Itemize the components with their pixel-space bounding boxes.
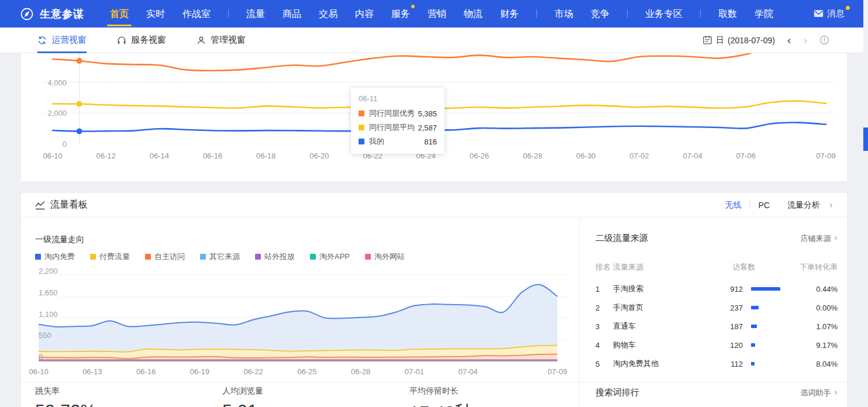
nav-item-营销[interactable]: 营销 — [428, 0, 446, 27]
nav-item-作战室[interactable]: 作战室 — [182, 0, 211, 27]
pc-toggle[interactable]: PC — [759, 201, 770, 210]
metric-平均停留时长: 平均停留时长17.48秒 — [409, 386, 473, 407]
tooltip-series-value: 2,587 — [418, 123, 437, 132]
view-tab-运营视窗[interactable]: 运营视窗 — [37, 27, 87, 53]
source-visitors-bar — [751, 362, 755, 365]
nav-item-竞争[interactable]: 竞争 — [591, 0, 609, 27]
sources-table: 1手淘搜索9120.44%2手淘首页2370.00%3直通车1871.07%4购… — [595, 280, 838, 373]
sources-header-排名: 排名 — [595, 262, 613, 273]
tooltip-series-row: 我的816 — [359, 136, 437, 147]
brand[interactable]: 生意参谋 — [20, 7, 84, 21]
sync-icon — [37, 36, 47, 45]
legend-item-付费流量[interactable]: 付费流量 — [90, 251, 130, 262]
source-conversion: 0.44% — [788, 285, 838, 294]
x-axis-tick: 06-12 — [87, 151, 125, 160]
traffic-board-card: 流量看板 无线 PC 流量分析 › 一级流量走向 淘内免费付费流量自主访问其它来… — [21, 193, 847, 407]
x-axis-tick: 07-04 — [449, 367, 487, 376]
legend-item-自主访问[interactable]: 自主访问 — [145, 251, 185, 262]
x-axis-tick: 06-16 — [194, 151, 232, 160]
top-nav: 生意参谋 首页实时作战室流量商品交易内容服务营销物流财务市场竞争业务专区取数学院… — [0, 0, 868, 27]
source-name: 淘内免费其他 — [613, 358, 708, 369]
x-axis-tick: 06-20 — [301, 151, 338, 160]
source-rank: 4 — [595, 341, 613, 350]
primary-traffic-title: 一级流量走向 — [35, 234, 84, 245]
scrollbar-track[interactable] — [863, 0, 868, 407]
legend-item-淘外网站[interactable]: 淘外网站 — [365, 251, 405, 262]
traffic-source-row[interactable]: 3直通车1871.07% — [595, 317, 838, 336]
word-helper-link[interactable]: 选词助手 › — [800, 387, 838, 398]
metric-value: 59.72% — [35, 401, 97, 407]
messages-button[interactable]: 消息 — [814, 8, 845, 19]
sources-table-header: 排名流量来源访客数下单转化率 — [595, 262, 838, 273]
view-tabbar: 运营视窗服务视窗管理视窗 日 (2018-07-09) ‹ › — [0, 27, 863, 53]
legend-color-swatch — [200, 254, 206, 260]
date-next-button[interactable]: › — [803, 35, 808, 46]
scrollbar-thumb[interactable] — [863, 127, 868, 151]
date-prev-button[interactable]: ‹ — [787, 35, 791, 46]
nav-item-首页[interactable]: 首页 — [110, 0, 129, 27]
nav-item-内容[interactable]: 内容 — [355, 0, 374, 27]
traffic-source-row[interactable]: 5淘内免费其他1128.04% — [595, 354, 838, 373]
messages-label: 消息 — [827, 8, 845, 19]
nav-item-流量[interactable]: 流量 — [246, 0, 265, 27]
nav-item-财务[interactable]: 财务 — [500, 0, 519, 27]
legend-label: 淘内免费 — [44, 251, 75, 262]
source-conversion: 9.17% — [788, 341, 838, 350]
traffic-source-row[interactable]: 4购物车1209.17% — [595, 336, 838, 354]
y-axis-tick: 550 — [39, 331, 68, 340]
nav-item-服务[interactable]: 服务 — [391, 0, 410, 27]
chevron-right-icon: › — [834, 387, 838, 398]
series-color-swatch — [359, 139, 364, 144]
metric-label: 跳失率 — [35, 386, 97, 396]
nav-item-商品[interactable]: 商品 — [283, 0, 301, 27]
primary-traffic-area-chart[interactable] — [35, 268, 579, 365]
date-controls: 日 (2018-07-09) ‹ › — [702, 35, 829, 46]
legend-item-其它来源[interactable]: 其它来源 — [200, 251, 240, 262]
y-axis-tick: 0 — [39, 353, 68, 361]
view-tab-管理视窗[interactable]: 管理视窗 — [197, 27, 246, 53]
date-picker[interactable]: 日 (2018-07-09) — [702, 35, 775, 46]
x-axis-tick: 06-10 — [20, 367, 57, 376]
legend-label: 淘外网站 — [374, 251, 405, 262]
info-icon[interactable] — [819, 35, 829, 45]
x-axis-tick: 07-01 — [395, 367, 433, 376]
legend-color-swatch — [255, 254, 261, 260]
nav-item-实时[interactable]: 实时 — [146, 0, 165, 27]
source-bar-box — [751, 362, 788, 365]
compass-logo-icon — [20, 7, 34, 21]
wireless-toggle[interactable]: 无线 — [725, 200, 742, 211]
traffic-board-header: 流量看板 无线 PC 流量分析 › — [21, 193, 847, 218]
y-axis-tick: 1,100 — [39, 310, 68, 319]
legend-label: 淘外APP — [319, 251, 350, 262]
traffic-analysis-link[interactable]: 流量分析 — [787, 200, 820, 211]
legend-item-淘外APP[interactable]: 淘外APP — [310, 251, 350, 262]
source-bar-box — [751, 325, 788, 328]
metric-value: 17.48秒 — [409, 401, 473, 407]
nav-item-取数[interactable]: 取数 — [718, 0, 737, 27]
metric-跳失率: 跳失率59.72% — [35, 386, 97, 407]
nav-item-学院[interactable]: 学院 — [755, 0, 773, 27]
source-rank: 5 — [595, 360, 613, 368]
traffic-source-row[interactable]: 1手淘搜索9120.44% — [595, 280, 838, 298]
metric-人均浏览量: 人均浏览量5.01 — [222, 386, 263, 407]
source-name: 直通车 — [613, 321, 708, 332]
series-color-swatch — [359, 111, 364, 116]
nav-item-交易[interactable]: 交易 — [319, 0, 337, 27]
legend-item-站外投放[interactable]: 站外投放 — [255, 251, 295, 262]
legend-color-swatch — [365, 254, 371, 260]
source-rank: 3 — [595, 322, 613, 331]
date-mode-label: 日 — [716, 35, 724, 46]
legend-label: 站外投放 — [264, 251, 295, 262]
legend-item-淘内免费[interactable]: 淘内免费 — [35, 251, 75, 262]
date-value: (2018-07-09) — [728, 36, 775, 45]
shop-sources-link[interactable]: 店铺来源 › — [800, 233, 838, 244]
x-axis-tick: 07-02 — [621, 151, 658, 160]
nav-item-市场[interactable]: 市场 — [554, 0, 573, 27]
source-visitors-bar — [751, 325, 757, 328]
traffic-source-row[interactable]: 2手淘首页2370.00% — [595, 298, 838, 317]
source-name: 购物车 — [613, 340, 708, 350]
nav-item-业务专区[interactable]: 业务专区 — [645, 0, 683, 27]
nav-item-物流[interactable]: 物流 — [464, 0, 483, 27]
view-tab-服务视窗[interactable]: 服务视窗 — [117, 27, 166, 53]
source-visitors: 112 — [708, 360, 743, 368]
